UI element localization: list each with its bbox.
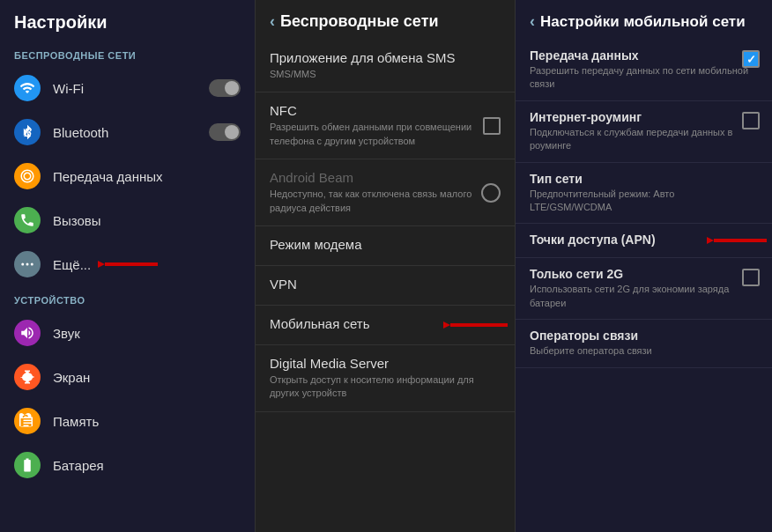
mid-item-sms[interactable]: Приложение для обмена SMS SMS/MMS bbox=[256, 40, 515, 92]
menu-item-calls[interactable]: Вызовы bbox=[0, 198, 255, 242]
mid-item-vpn[interactable]: VPN bbox=[256, 266, 515, 306]
vpn-title: VPN bbox=[270, 277, 501, 292]
beam-title: Android Beam bbox=[270, 170, 501, 185]
modem-title: Режим модема bbox=[270, 237, 501, 252]
roaming-subtitle: Подключаться к службам передачи данных в… bbox=[530, 126, 758, 153]
beam-subtitle: Недоступно, так как отключена связь мало… bbox=[270, 188, 501, 215]
battery-label: Батарея bbox=[53, 458, 104, 473]
mobile-net-red-arrow bbox=[443, 313, 509, 337]
data-icon bbox=[14, 163, 41, 189]
bluetooth-label: Bluetooth bbox=[53, 125, 108, 140]
sms-subtitle: SMS/MMS bbox=[270, 68, 501, 81]
wifi-label: Wi-Fi bbox=[53, 81, 84, 96]
roaming-checkbox[interactable] bbox=[742, 112, 760, 129]
left-panel-title: Настройки bbox=[0, 0, 255, 41]
operators-title: Операторы связи bbox=[530, 329, 758, 343]
screen-icon bbox=[14, 364, 41, 390]
checkmark-icon: ✓ bbox=[746, 53, 756, 66]
2g-subtitle: Использовать сети 2G для экономии заряда… bbox=[530, 283, 758, 310]
wifi-toggle[interactable] bbox=[209, 79, 241, 97]
dms-title: Digital Media Server bbox=[270, 356, 501, 371]
net-type-title: Тип сети bbox=[530, 172, 758, 186]
bluetooth-toggle[interactable] bbox=[209, 123, 241, 141]
calls-label: Вызовы bbox=[53, 213, 101, 228]
svg-point-3 bbox=[31, 263, 33, 266]
menu-item-sound[interactable]: Звук bbox=[0, 311, 255, 355]
more-label: Ещё... bbox=[53, 257, 91, 272]
svg-point-2 bbox=[26, 263, 29, 266]
2g-checkbox[interactable] bbox=[742, 269, 760, 286]
2g-title: Только сети 2G bbox=[530, 267, 758, 281]
right-back-arrow[interactable]: ‹ bbox=[530, 12, 535, 31]
screen-label: Экран bbox=[53, 370, 90, 385]
memory-label: Память bbox=[53, 414, 99, 429]
menu-item-wifi[interactable]: Wi-Fi bbox=[0, 66, 255, 110]
left-panel: Настройки БЕСПРОВОДНЫЕ СЕТИ Wi-Fi 𝓑 Blue… bbox=[0, 0, 256, 532]
menu-item-more[interactable]: Ещё... bbox=[0, 242, 255, 286]
beam-radio bbox=[481, 183, 501, 203]
data-label: Передача данных bbox=[53, 169, 163, 184]
operators-subtitle: Выберите оператора связи bbox=[530, 344, 758, 358]
data-transfer-checkbox[interactable]: ✓ bbox=[742, 50, 760, 68]
sound-icon bbox=[14, 320, 41, 346]
apn-red-arrow bbox=[707, 228, 768, 253]
nfc-subtitle: Разрешить обмен данными при совмещении т… bbox=[270, 121, 501, 148]
right-item-net-type[interactable]: Тип сети Предпочтительный режим: Авто LT… bbox=[516, 163, 772, 225]
middle-panel: ‹ Беспроводные сети Приложение для обмен… bbox=[256, 0, 516, 532]
memory-icon bbox=[14, 408, 41, 434]
sms-title: Приложение для обмена SMS bbox=[270, 50, 501, 65]
middle-panel-title: ‹ Беспроводные сети bbox=[256, 0, 515, 40]
mid-item-beam: Android Beam Недоступно, так как отключе… bbox=[256, 159, 515, 226]
wifi-icon bbox=[14, 75, 41, 101]
net-type-subtitle: Предпочтительный режим: Авто LTE/GSM/WCD… bbox=[530, 188, 758, 215]
right-item-operators[interactable]: Операторы связи Выберите оператора связи bbox=[516, 320, 772, 367]
right-item-apn[interactable]: Точки доступа (APN) bbox=[516, 224, 772, 258]
menu-item-bluetooth[interactable]: 𝓑 Bluetooth bbox=[0, 110, 255, 154]
calls-icon bbox=[14, 207, 41, 233]
menu-item-data[interactable]: Передача данных bbox=[0, 154, 255, 198]
mid-item-mobile-net[interactable]: Мобильная сеть bbox=[256, 306, 515, 345]
right-panel-title: ‹ Настройки мобильной сети bbox=[516, 0, 772, 40]
bluetooth-icon: 𝓑 bbox=[14, 119, 41, 145]
right-item-2g[interactable]: Только сети 2G Использовать сети 2G для … bbox=[516, 258, 772, 320]
right-panel: ‹ Настройки мобильной сети Передача данн… bbox=[516, 0, 772, 532]
more-icon bbox=[14, 251, 41, 277]
nfc-checkbox[interactable] bbox=[483, 117, 501, 135]
roaming-title: Интернет-роуминг bbox=[530, 110, 758, 124]
mid-item-modem[interactable]: Режим модема bbox=[256, 226, 515, 266]
data-transfer-subtitle: Разрешить передачу данных по сети мобиль… bbox=[530, 64, 758, 92]
nfc-title: NFC bbox=[270, 103, 501, 118]
dms-subtitle: Открыть доступ к носителю информации для… bbox=[270, 373, 501, 401]
menu-item-screen[interactable]: Экран bbox=[0, 355, 255, 399]
section-header-device: УСТРОЙСТВО bbox=[0, 286, 255, 311]
right-item-data[interactable]: Передача данных Разрешить передачу данны… bbox=[516, 40, 772, 101]
svg-point-1 bbox=[21, 263, 24, 266]
data-transfer-title: Передача данных bbox=[530, 48, 758, 63]
mid-item-dms[interactable]: Digital Media Server Открыть доступ к но… bbox=[256, 345, 515, 412]
middle-back-arrow[interactable]: ‹ bbox=[270, 12, 275, 31]
svg-text:𝓑: 𝓑 bbox=[24, 126, 32, 139]
mid-item-nfc[interactable]: NFC Разрешить обмен данными при совмещен… bbox=[256, 92, 515, 159]
right-item-roaming[interactable]: Интернет-роуминг Подключаться к службам … bbox=[516, 101, 772, 163]
menu-item-memory[interactable]: Память bbox=[0, 399, 255, 443]
menu-item-battery[interactable]: Батарея bbox=[0, 443, 255, 487]
section-header-wireless: БЕСПРОВОДНЫЕ СЕТИ bbox=[0, 41, 255, 66]
more-red-arrow bbox=[98, 252, 160, 277]
sound-label: Звук bbox=[53, 326, 80, 341]
battery-icon bbox=[14, 452, 41, 478]
